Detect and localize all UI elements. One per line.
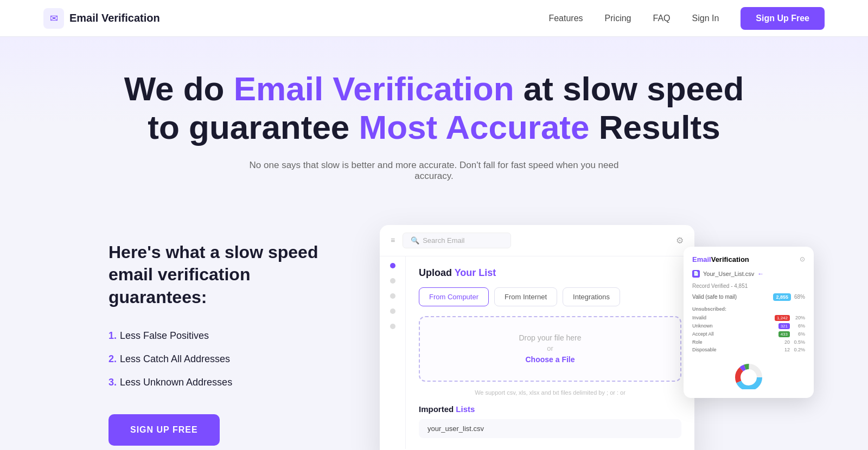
dropzone[interactable]: Drop your file here or Choose a File: [419, 316, 681, 382]
list-item: 1. Less False Positives: [108, 330, 336, 342]
overlay-panel: EmailVerification ⊙ 📄 Your_User_List.csv…: [684, 247, 814, 398]
file-icon: 📄: [692, 270, 700, 278]
sidebar-dot-2[interactable]: [390, 293, 395, 299]
nav-features[interactable]: Features: [548, 14, 583, 23]
mockup-body: Upload Your List From Computer From Inte…: [380, 256, 694, 449]
nav-signup-button[interactable]: Sign Up Free: [741, 7, 825, 30]
imported-list-item[interactable]: your_user_list.csv: [419, 419, 681, 438]
left-heading-line2: email verification guarantees:: [108, 265, 250, 307]
tab-from-internet[interactable]: From Internet: [494, 287, 557, 306]
mockup-content: Upload Your List From Computer From Inte…: [406, 256, 694, 449]
hero-section: We do Email Verification at slow speed t…: [0, 37, 868, 182]
sidebar-dot-3[interactable]: [390, 308, 395, 314]
mockup-topbar: ≡ 🔍 Search Email ⚙: [380, 225, 694, 256]
sidebar-dot-4[interactable]: [390, 324, 395, 329]
valid-label: Valid (safe to mail): [692, 294, 770, 300]
imported-section: Imported Lists your_user_list.csv: [419, 404, 681, 438]
valid-pct: 68%: [794, 294, 805, 300]
record-text: Record Verified - 4,851: [692, 283, 805, 289]
left-heading-line1: Here's what a slow speed: [108, 242, 318, 262]
hero-headline-accent: Email Verification: [234, 70, 514, 107]
hero-headline-suffix: at slow speed: [514, 70, 744, 107]
topbar-left: ≡ 🔍 Search Email: [391, 233, 511, 248]
nav-pricing[interactable]: Pricing: [605, 14, 631, 23]
hero-headline2-suffix: Results: [590, 108, 720, 146]
donut-chart: [692, 357, 805, 389]
list-item: 2. Less Catch All Addresses: [108, 353, 336, 365]
arrow-icon: ←: [757, 270, 764, 278]
hero-subtext: No one says that slow is better and more…: [244, 160, 624, 182]
hero-signup-button[interactable]: SIGN UP FREE: [108, 414, 220, 446]
imported-title: Imported Lists: [419, 404, 681, 414]
right-column: ≡ 🔍 Search Email ⚙: [380, 225, 797, 450]
gear-icon[interactable]: ⚙: [676, 235, 684, 246]
mockup-panel: ≡ 🔍 Search Email ⚙: [380, 225, 694, 450]
choose-file-link[interactable]: Choose a File: [525, 355, 575, 364]
left-column: Here's what a slow speed email verificat…: [108, 225, 336, 446]
unsub-label: Unsubscribed:: [692, 306, 805, 312]
hero-headline2-prefix: to guarantee: [148, 108, 359, 146]
overlay-title: EmailVerification: [692, 255, 749, 263]
valid-count-badge: 2,855: [773, 293, 791, 301]
dropzone-text: Drop your file here: [431, 333, 669, 342]
file-row: 📄 Your_User_List.csv ←: [692, 270, 805, 278]
nav-links: Features Pricing FAQ Sign In Sign Up Fre…: [548, 7, 825, 30]
valid-row: Valid (safe to mail) 2,855 68%: [692, 293, 805, 301]
nav-faq[interactable]: FAQ: [653, 14, 670, 23]
file-name: Your_User_List.csv: [703, 271, 754, 277]
sidebar-dot-active[interactable]: [390, 263, 395, 268]
hero-headline2-accent: Most Accurate: [359, 108, 590, 146]
stat-row-invalid: Invalid 1,242 20%: [692, 315, 805, 321]
tab-row: From Computer From Internet Integrations: [419, 287, 681, 306]
sidebar-dot-1[interactable]: [390, 278, 395, 284]
navbar: ✉ Email Verification Features Pricing FA…: [0, 0, 868, 37]
tab-integrations[interactable]: Integrations: [563, 287, 620, 306]
hero-headline-prefix: We do: [124, 70, 234, 107]
overlay-menu-icon[interactable]: ⊙: [800, 255, 805, 263]
support-text: We support csv, xls, xlsx and txt files …: [419, 389, 681, 396]
tab-from-computer[interactable]: From Computer: [419, 287, 489, 306]
nav-signin[interactable]: Sign In: [692, 14, 719, 23]
search-placeholder: Search Email: [423, 236, 464, 245]
stat-row-unknown: Unknown 321 6%: [692, 323, 805, 329]
hamburger-icon[interactable]: ≡: [391, 236, 395, 245]
hero-headline: We do Email Verification at slow speed t…: [43, 69, 825, 147]
list-item: 3. Less Unknown Addresses: [108, 377, 336, 388]
stat-row-disposable: Disposable 12 0.2%: [692, 347, 805, 352]
upload-title: Upload Your List: [419, 267, 681, 279]
main-content: Here's what a slow speed email verificat…: [0, 209, 868, 450]
guarantee-list: 1. Less False Positives 2. Less Catch Al…: [108, 330, 336, 388]
mockup-sidebar: [380, 256, 406, 449]
overlay-header: EmailVerification ⊙: [692, 255, 805, 263]
stat-row-acceptall: Accept All 433 6%: [692, 331, 805, 337]
logo-text: Email Verification: [69, 12, 160, 24]
logo-icon: ✉: [43, 8, 64, 29]
search-box[interactable]: 🔍 Search Email: [403, 233, 511, 248]
stat-row-role: Role 20 0.5%: [692, 339, 805, 345]
logo[interactable]: ✉ Email Verification: [43, 8, 160, 29]
search-icon: 🔍: [411, 236, 419, 245]
or-text: or: [431, 344, 669, 352]
left-heading: Here's what a slow speed email verificat…: [108, 241, 336, 309]
